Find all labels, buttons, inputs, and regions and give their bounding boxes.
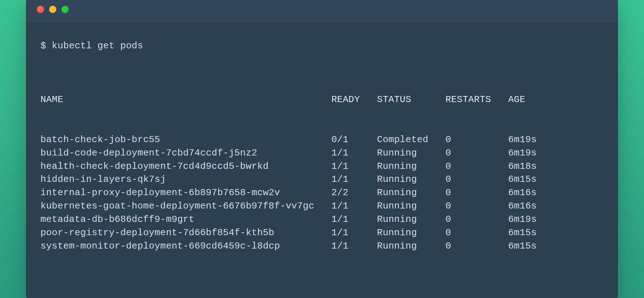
table-row: metadata-db-b686dcff9-m9grt 1/1 Running … [40, 213, 604, 226]
command-text: kubectl get pods [52, 40, 143, 51]
terminal-window: $ kubectl get pods NAME READY STATUS RES… [26, 0, 618, 298]
table-header-row: NAME READY STATUS RESTARTS AGE [40, 93, 604, 106]
table-row: batch-check-job-brc55 0/1 Completed 0 6m… [40, 133, 604, 146]
table-row: poor-registry-deployment-7d66bf854f-kth5… [40, 226, 604, 240]
terminal-body[interactable]: $ kubectl get pods NAME READY STATUS RES… [26, 22, 618, 298]
minimize-icon[interactable] [49, 6, 56, 13]
prompt-line: $ kubectl get pods [40, 39, 604, 53]
table-row: kubernetes-goat-home-deployment-6676b97f… [40, 200, 604, 213]
title-bar [26, 0, 618, 22]
table-row: internal-proxy-deployment-6b897b7658-mcw… [40, 186, 604, 200]
table-row: hidden-in-layers-qk7sj 1/1 Running 0 6m1… [40, 173, 604, 186]
prompt-symbol: $ [40, 40, 52, 51]
table-row: health-check-deployment-7cd4d9ccd5-bwrkd… [40, 160, 604, 173]
table-row: build-code-deployment-7cbd74ccdf-j5nz2 1… [40, 146, 604, 160]
output-table: NAME READY STATUS RESTARTS AGE batch-che… [40, 66, 604, 280]
table-row: system-monitor-deployment-669cd6459c-l8d… [40, 240, 604, 253]
close-icon[interactable] [37, 6, 44, 13]
maximize-icon[interactable] [61, 6, 69, 13]
